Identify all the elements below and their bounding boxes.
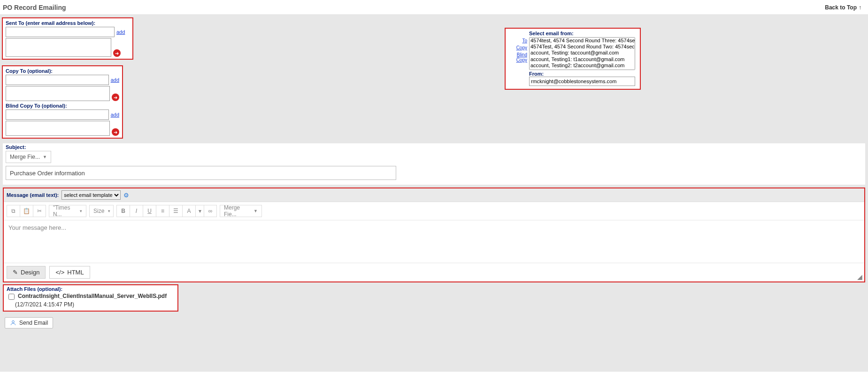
attach-file-name: ContractInsight_ClientInstallManual_Serv… <box>18 293 167 299</box>
email-from-copy-link[interactable]: Copy <box>508 45 527 50</box>
subject-label: Subject: <box>6 144 862 150</box>
gear-icon[interactable]: ⚙ <box>123 192 129 199</box>
email-option[interactable]: 4574Test, 4574 Second Round Two: 4574sec… <box>530 44 635 50</box>
font-color-icon: A <box>187 208 191 214</box>
sent-to-move-button[interactable]: ➜ <box>113 49 121 57</box>
link-button[interactable]: ∞ <box>204 205 217 217</box>
email-option[interactable]: account, Testing1: t1account@gmail.com <box>530 56 635 62</box>
sent-to-add-link[interactable]: add <box>116 29 125 35</box>
pencil-icon: ✎ <box>13 269 18 276</box>
font-color-button[interactable]: A <box>182 205 195 217</box>
caret-down-icon: ▼ <box>43 155 47 159</box>
bold-button[interactable]: B <box>116 205 130 217</box>
svg-point-0 <box>12 320 15 323</box>
unordered-list-icon: ☰ <box>173 208 178 214</box>
underline-button[interactable]: U <box>143 205 156 217</box>
arrow-up-icon: ↑ <box>859 4 861 11</box>
link-icon: ∞ <box>208 208 213 214</box>
design-label: Design <box>21 269 39 276</box>
page-title: PO Record Emailing <box>3 4 66 11</box>
copy-to-input[interactable] <box>6 75 109 85</box>
attach-files-label: Attach Files (optional): <box>7 286 175 292</box>
message-merge-field-dropdown[interactable]: Merge Fie... ▼ <box>220 205 262 217</box>
italic-icon: I <box>136 208 137 214</box>
message-label: Message (email text): <box>7 192 59 198</box>
clipboard-icon: 📋 <box>23 208 30 214</box>
arrow-right-icon: ➜ <box>114 130 117 135</box>
sent-to-input[interactable] <box>6 27 115 37</box>
ordered-list-icon: ≡ <box>161 208 164 214</box>
email-from-bcc-link[interactable]: Blind Copy <box>508 52 527 62</box>
copy-icon: ⧉ <box>11 208 15 214</box>
subject-merge-label: Merge Fie... <box>10 154 40 160</box>
html-label: HTML <box>67 269 84 276</box>
select-email-from-label: Select email from: <box>529 31 637 36</box>
font-family-dropdown[interactable]: "Times N... ▾ <box>49 205 86 217</box>
arrow-right-icon: ➜ <box>115 51 119 56</box>
bcc-to-add-link[interactable]: add <box>111 112 119 117</box>
italic-button[interactable]: I <box>130 205 143 217</box>
attach-file-checkbox[interactable] <box>8 294 15 300</box>
copy-to-listbox[interactable] <box>6 86 110 101</box>
back-to-top-label: Back to Top <box>825 4 857 11</box>
bcc-to-move-button[interactable]: ➜ <box>112 128 119 136</box>
caret-down-icon: ▾ <box>80 209 82 213</box>
resize-handle[interactable]: ◢ <box>857 273 862 281</box>
person-icon <box>10 320 16 326</box>
main-form: Sent To (enter email address below): add… <box>0 15 868 372</box>
design-tab[interactable]: ✎ Design <box>7 266 46 279</box>
editor-toolbar: ⧉ 📋 ✂ "Times N... ▾ Size ▾ B I U ≡ ☰ A ▾… <box>4 202 864 220</box>
copy-bcc-section: Copy To (optional): add ➜ Blind Copy To … <box>2 65 123 139</box>
message-merge-label: Merge Fie... <box>224 204 250 218</box>
message-section: Message (email text): select email templ… <box>3 188 865 282</box>
font-size-dropdown[interactable]: Size ▾ <box>89 205 114 217</box>
bcc-to-label: Blind Copy To (optional): <box>6 103 119 109</box>
back-to-top-link[interactable]: Back to Top ↑ <box>825 4 861 11</box>
email-option[interactable]: account, Testing: taccount@gmail.com <box>530 50 635 56</box>
copy-to-add-link[interactable]: add <box>111 77 119 83</box>
bcc-to-input[interactable] <box>6 109 109 120</box>
attach-files-section: Attach Files (optional): ContractInsight… <box>3 284 178 312</box>
html-tab[interactable]: </> HTML <box>49 266 90 279</box>
paste-button[interactable]: 📋 <box>20 205 33 217</box>
unordered-list-button[interactable]: ☰ <box>169 205 182 217</box>
font-family-label: "Times N... <box>53 204 76 218</box>
caret-down-icon: ▾ <box>108 209 110 213</box>
copy-to-move-button[interactable]: ➜ <box>112 94 119 101</box>
font-size-label: Size <box>93 208 104 214</box>
email-option[interactable]: 4574test, 4574 Second Round Three: 4574s… <box>530 38 635 44</box>
copy-button[interactable]: ⧉ <box>7 205 20 217</box>
subject-merge-field-dropdown[interactable]: Merge Fie... ▼ <box>6 151 51 163</box>
page-header: PO Record Emailing Back to Top ↑ <box>0 0 868 15</box>
cut-button[interactable]: ✂ <box>33 205 46 217</box>
arrow-right-icon: ➜ <box>114 95 117 100</box>
attach-file-date: (12/7/2021 4:15:47 PM) <box>15 301 175 308</box>
copy-to-label: Copy To (optional): <box>6 68 119 74</box>
select-email-from-section: Select email from: To Copy Blind Copy 45… <box>505 28 641 90</box>
caret-down-icon: ▾ <box>199 208 201 214</box>
message-placeholder: Your message here... <box>8 224 66 231</box>
subject-section: Subject: Merge Fie... ▼ <box>3 143 865 185</box>
ordered-list-button[interactable]: ≡ <box>156 205 169 217</box>
bcc-to-listbox[interactable] <box>6 121 110 136</box>
email-option[interactable]: Admin, Adam: awidmeier@cobblestonesystem… <box>530 69 635 70</box>
email-template-select[interactable]: select email template <box>61 190 121 200</box>
sent-to-listbox[interactable] <box>6 38 111 57</box>
from-label: From: <box>529 71 637 77</box>
email-from-listbox[interactable]: 4574test, 4574 Second Round Three: 4574s… <box>529 37 635 70</box>
subject-input[interactable] <box>6 166 396 180</box>
email-from-to-link[interactable]: To <box>508 38 527 43</box>
send-email-button[interactable]: Send Email <box>5 317 53 328</box>
from-input[interactable] <box>529 77 635 86</box>
email-option[interactable]: account, Testing2: t2account@gmail.com <box>530 62 635 69</box>
message-editor[interactable]: Your message here... <box>4 220 864 263</box>
underline-icon: U <box>147 208 152 214</box>
font-color-caret[interactable]: ▾ <box>195 205 204 217</box>
bold-icon: B <box>121 208 125 214</box>
scissors-icon: ✂ <box>37 208 42 214</box>
caret-down-icon: ▼ <box>253 209 258 213</box>
send-email-label: Send Email <box>19 320 48 326</box>
sent-to-section: Sent To (enter email address below): add… <box>2 17 133 60</box>
sent-to-label: Sent To (enter email address below): <box>6 20 130 26</box>
code-icon: </> <box>55 269 64 276</box>
